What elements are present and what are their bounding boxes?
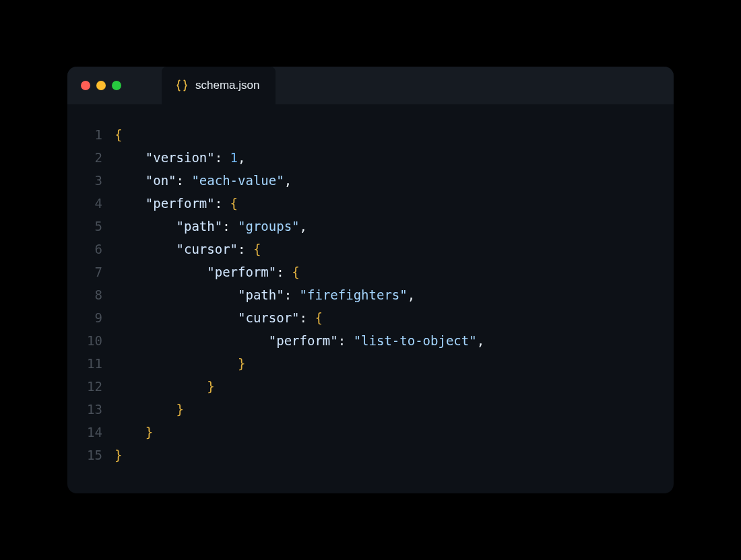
line-number: 10 bbox=[67, 329, 102, 352]
zoom-button[interactable] bbox=[112, 81, 121, 90]
tab-schema-json[interactable]: schema.json bbox=[162, 67, 276, 104]
code-line: "cursor": { bbox=[115, 238, 674, 260]
code-content[interactable]: { "version": 1, "on": "each-value", "per… bbox=[115, 123, 674, 466]
line-number: 9 bbox=[67, 306, 102, 329]
line-number: 11 bbox=[67, 352, 102, 375]
close-button[interactable] bbox=[81, 81, 90, 90]
line-number: 5 bbox=[67, 215, 102, 238]
code-line: } bbox=[115, 444, 674, 466]
line-number: 4 bbox=[67, 192, 102, 215]
code-line: } bbox=[115, 375, 674, 398]
line-number: 7 bbox=[67, 260, 102, 283]
line-number: 2 bbox=[67, 146, 102, 169]
code-line: } bbox=[115, 421, 674, 444]
code-line: "perform": "list-to-object", bbox=[115, 329, 674, 352]
code-line: "path": "firefighters", bbox=[115, 283, 674, 306]
code-line: "perform": { bbox=[115, 260, 674, 283]
line-number: 3 bbox=[67, 169, 102, 192]
line-number: 12 bbox=[67, 375, 102, 398]
line-gutter: 123456789101112131415 bbox=[67, 123, 115, 466]
line-number: 13 bbox=[67, 398, 102, 421]
code-line: "version": 1, bbox=[115, 146, 674, 169]
code-line: "on": "each-value", bbox=[115, 169, 674, 192]
minimize-button[interactable] bbox=[96, 81, 106, 90]
line-number: 15 bbox=[67, 444, 102, 466]
code-line: { bbox=[115, 123, 674, 146]
editor-window: schema.json 123456789101112131415 { "ver… bbox=[67, 67, 674, 493]
braces-icon bbox=[175, 79, 189, 92]
titlebar: schema.json bbox=[67, 67, 674, 104]
code-line: "cursor": { bbox=[115, 306, 674, 329]
code-line: } bbox=[115, 352, 674, 375]
editor-area[interactable]: 123456789101112131415 { "version": 1, "o… bbox=[67, 104, 674, 493]
traffic-lights bbox=[67, 81, 135, 90]
line-number: 8 bbox=[67, 283, 102, 306]
line-number: 1 bbox=[67, 123, 102, 146]
tab-label: schema.json bbox=[195, 79, 259, 92]
code-line: } bbox=[115, 398, 674, 421]
line-number: 14 bbox=[67, 421, 102, 444]
code-line: "path": "groups", bbox=[115, 215, 674, 238]
line-number: 6 bbox=[67, 238, 102, 260]
code-line: "perform": { bbox=[115, 192, 674, 215]
